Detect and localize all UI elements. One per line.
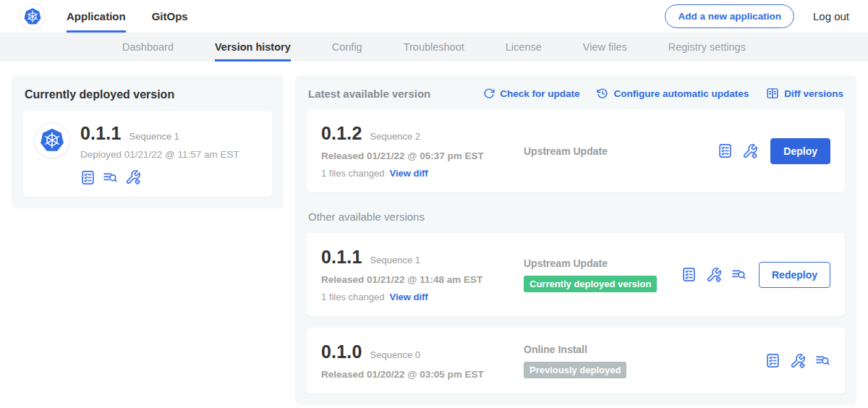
version-sequence: Sequence 0 [370,349,420,360]
subnav-registry-settings[interactable]: Registry settings [668,33,746,61]
deploy-button[interactable]: Deploy [770,138,830,164]
header-spacer [188,0,665,33]
configure-automatic-updates-icon [597,88,608,99]
version-source-col: Upstream Update [524,145,718,157]
preflight-checks-icon[interactable] [765,353,780,368]
deployed-action-icons [80,169,239,185]
view-diff-link[interactable]: View diff [389,292,427,302]
diff-versions-label: Diff versions [784,88,843,99]
add-application-button[interactable]: Add a new application [665,4,794,28]
app-icon-badge [35,123,69,158]
tab-application[interactable]: Application [67,0,126,33]
subnav-dashboard[interactable]: Dashboard [122,33,174,61]
version-source: Upstream Update [524,258,681,269]
tab-gitops-label: GitOps [152,10,188,22]
version-actions: Deploy [718,138,830,164]
subnav-dashboard-label: Dashboard [122,41,174,53]
check-for-update-icon [483,88,495,99]
previously-deployed-badge: Previously deployed [524,362,626,378]
currently-deployed-badge: Currently deployed version [524,276,657,292]
configure-automatic-updates-label: Configure automatic updates [613,88,749,99]
version-info: 0.1.1 Sequence 1 Released 01/21/22 @ 11:… [321,247,524,302]
version-line: 0.1.2 Sequence 2 [321,123,524,144]
version-sequence: Sequence 2 [370,131,420,142]
logout-button[interactable]: Log out [813,10,849,22]
preflight-checks-icon[interactable] [80,170,95,185]
version-files-row: 1 files changed View diff [321,292,524,302]
version-source: Upstream Update [524,145,718,157]
currently-deployed-title: Currently deployed version [25,88,271,101]
deployed-timestamp: Deployed 01/21/22 @ 11:57 am EST [80,149,239,160]
version-source-col: Online Install Previously deployed [524,344,765,378]
version-released: Released 01/21/22 @ 05:37 pm EST [321,150,524,161]
deploy-logs-icon[interactable] [731,267,746,282]
version-released: Released 01/20/22 @ 03:05 pm EST [321,369,524,380]
subnav-config[interactable]: Config [332,33,362,61]
version-number: 0.1.0 [321,341,362,362]
subnav-version-history-label: Version history [215,41,291,53]
app-header: Application GitOps Add a new application… [0,0,868,33]
preflight-checks-icon[interactable] [718,143,733,158]
latest-available-title: Latest available version [308,88,430,100]
subnav-config-label: Config [332,41,362,53]
subnav-view-files-label: View files [583,41,627,53]
tab-application-label: Application [67,10,126,22]
version-actions [765,353,830,369]
deployed-version-number: 0.1.1 [80,123,122,144]
deployed-version-info: 0.1.1 Sequence 1 Deployed 01/21/22 @ 11:… [80,123,239,185]
currently-deployed-panel: Currently deployed version 0.1.1 Sequenc… [12,75,284,208]
subnav-view-files[interactable]: View files [583,33,627,61]
version-row-0-1-1: 0.1.1 Sequence 1 Released 01/21/22 @ 11:… [307,233,845,316]
version-row-0-1-0: 0.1.0 Sequence 0 Released 01/20/22 @ 03:… [307,328,845,394]
version-line: 0.1.0 Sequence 0 [321,341,524,362]
app-subnav: Dashboard Version history Config Trouble… [0,33,868,61]
kubernetes-logo [20,4,45,29]
kubernetes-icon [23,7,42,26]
kubernetes-icon [39,127,65,153]
configure-automatic-updates-link[interactable]: Configure automatic updates [597,88,749,99]
currently-deployed-card: 0.1.1 Sequence 1 Deployed 01/21/22 @ 11:… [23,111,272,197]
version-source-col: Upstream Update Currently deployed versi… [524,258,681,292]
diff-versions-link[interactable]: Diff versions [766,87,843,100]
main-content: Currently deployed version 0.1.1 Sequenc… [0,61,868,405]
version-actions: Redeploy [681,262,830,288]
edit-config-icon[interactable] [742,143,758,159]
view-diff-link[interactable]: View diff [389,168,427,179]
deploy-logs-icon[interactable] [815,353,830,368]
check-for-update-link[interactable]: Check for update [483,88,579,99]
deploy-logs-icon[interactable] [103,170,118,185]
available-header: Latest available version Check for updat… [308,87,843,100]
files-changed: 1 files changed [321,292,384,302]
deployed-sequence: Sequence 1 [129,131,179,142]
version-number: 0.1.1 [321,247,362,268]
diff-versions-icon [766,87,779,100]
other-available-title: Other available versions [308,211,843,223]
subnav-license-label: License [506,41,542,53]
files-changed: 1 files changed [321,168,384,179]
deployed-version-line: 0.1.1 Sequence 1 [80,123,239,144]
subnav-license[interactable]: License [506,33,542,61]
version-line: 0.1.1 Sequence 1 [321,247,524,268]
version-info: 0.1.0 Sequence 0 Released 01/20/22 @ 03:… [321,341,524,380]
version-files-row: 1 files changed View diff [321,168,524,179]
edit-config-icon[interactable] [790,353,806,369]
edit-config-icon[interactable] [125,169,141,185]
redeploy-button[interactable]: Redeploy [759,262,830,288]
version-sequence: Sequence 1 [370,255,420,265]
subnav-version-history[interactable]: Version history [215,33,291,61]
header-tabs: Application GitOps [67,0,188,33]
version-info: 0.1.2 Sequence 2 Released 01/21/22 @ 05:… [321,123,524,179]
preflight-checks-icon[interactable] [681,267,697,282]
subnav-troubleshoot[interactable]: Troubleshoot [404,33,464,61]
available-versions-panel: Latest available version Check for updat… [295,75,856,405]
subnav-troubleshoot-label: Troubleshoot [404,41,464,53]
tab-gitops[interactable]: GitOps [152,0,188,33]
subnav-registry-settings-label: Registry settings [668,41,746,53]
check-for-update-label: Check for update [500,88,579,99]
update-actions: Check for update Configure automatic upd… [483,87,843,100]
version-source: Online Install [524,344,765,355]
version-row-0-1-2: 0.1.2 Sequence 2 Released 01/21/22 @ 05:… [307,109,845,192]
version-released: Released 01/21/22 @ 11:48 am EST [321,274,524,285]
edit-config-icon[interactable] [706,267,722,283]
version-number: 0.1.2 [321,123,362,144]
